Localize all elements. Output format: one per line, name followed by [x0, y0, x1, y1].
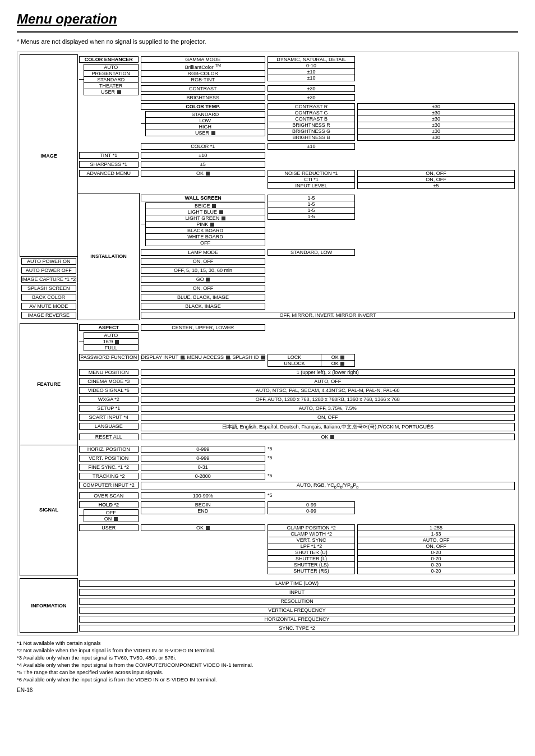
fn2: *2 Not available when the input signal i…	[17, 647, 518, 653]
ct-user: USER	[145, 130, 265, 136]
hold-on-icon	[114, 517, 118, 521]
cinema-row: CINEMA MODE *3 AUTO, OFF	[20, 377, 516, 386]
sharpness-label: SHARPNESS *1	[80, 161, 139, 167]
ws-beige: BEIGE	[146, 202, 265, 209]
sig-user-row: USER OK CLAMP POSITION *2 CLAMP WIDTH *2…	[20, 523, 516, 575]
information-section-label: INFORMATION	[20, 579, 78, 633]
tracking-item: TRACKING *2	[78, 472, 140, 481]
setup-val-cell: AUTO, OFF, 3.75%, 7.5%	[140, 404, 516, 413]
ws-whiteboard: WHITE BOARD	[146, 233, 265, 239]
color1-item: COLOR *1	[140, 142, 267, 151]
hold-group: HOLD *2 OFF ON	[78, 500, 140, 523]
hold-sub: BEGIN END	[140, 500, 267, 523]
sig-user-ok-val: OK	[141, 524, 265, 531]
imgcap-item: IMAGE CAPTURE *1 *2	[20, 275, 78, 284]
clamppos-val: 1-255	[358, 524, 515, 531]
unlock-ok-icon	[340, 362, 344, 366]
cti-label: CTI *1	[268, 176, 355, 182]
advmenu-ok-val: OK	[141, 170, 265, 176]
resolution-label: RESOLUTION	[80, 598, 515, 604]
horizpos-val-cell: 0-999	[140, 445, 267, 454]
lang-val: 日本語, English, Español, Deutsch, Français…	[141, 423, 514, 431]
menupos-val: 1 (upper left), 2 (lower right)	[141, 370, 514, 376]
ce-standard: STANDARD	[84, 76, 139, 82]
contrast-g-label: CONTRAST G	[268, 109, 355, 116]
compinput-row: COMPUTER INPUT *2 AUTO, RGB, YCbCb/YPbPb	[20, 481, 516, 491]
autopwroff-val: OFF, 5, 10, 15, 30, 60 min	[141, 268, 265, 274]
menupos-label: MENU POSITION	[80, 370, 139, 376]
cinema-label: CINEMA MODE *3	[80, 379, 139, 385]
ws-pk-sub: 1-5	[268, 213, 355, 219]
clamppos-label: CLAMP POSITION *2	[268, 524, 355, 531]
scart-label: SCART INPUT *4	[80, 414, 139, 421]
adv-ok-icon	[206, 172, 210, 176]
info-vfreq-item: VERTICAL FREQUENCY	[78, 606, 516, 615]
imgcap-val-cell: GO	[140, 275, 267, 284]
brightness-label: BRIGHTNESS	[141, 94, 265, 100]
imgcap-val: GO	[141, 276, 265, 283]
lampmode-item: LAMP MODE	[140, 248, 267, 257]
autopwroff-item: AUTO POWER OFF	[20, 266, 78, 275]
hold-off: OFF	[84, 509, 139, 515]
videosig-val-cell: AUTO, NTSC, PAL, SECAM, 4.43NTSC, PAL-M,…	[140, 386, 516, 395]
vertpos-row: VERT. POSITION 0-999 *5	[20, 454, 516, 463]
colortemp-vals: ±30 ±30 ±30 ±30 ±30 ±30	[356, 102, 516, 142]
splashscr-val-cell: ON, OFF	[140, 284, 267, 293]
synctype-label: SYNC. TYPE *2	[80, 625, 515, 631]
hfreq-label: HORIZONTAL FREQUENCY	[80, 616, 515, 622]
sharpness-val-cell: ±5	[140, 160, 267, 169]
splashscr-item: SPLASH SCREEN	[20, 284, 78, 293]
vertpos-note: *5	[266, 454, 356, 463]
videosig-val: AUTO, NTSC, PAL, SECAM, 4.43NTSC, PAL-M,…	[141, 388, 514, 394]
ws-blackboard: BLACK BOARD	[146, 227, 265, 233]
menupos-row: MENU POSITION 1 (upper left), 2 (lower r…	[20, 368, 516, 377]
ce-user-values: DYNAMIC, NATURAL, DETAIL 0-10 ±10 ±10	[266, 55, 356, 84]
advmenu-sub: NOISE REDUCTION *1 CTI *1 INPUT LEVEL	[266, 169, 356, 190]
ce-user-icon	[117, 90, 121, 94]
imgcap-label: IMAGE CAPTURE *1 *2	[21, 276, 76, 283]
resetall-val: OK	[141, 434, 514, 440]
bb-val: ±30	[358, 134, 515, 140]
ws-sub: 1-5 1-5 1-5 1-5	[266, 193, 356, 248]
shutterL-val: 0-20	[358, 555, 515, 561]
inputlevel-val: ±5	[358, 182, 515, 188]
tracking-label: TRACKING *2	[80, 473, 139, 480]
sig-user-ok: OK	[140, 523, 267, 575]
lb-icon	[219, 210, 223, 214]
brightness-item: BRIGHTNESS	[140, 93, 267, 102]
overscan-item: OVER SCAN	[78, 491, 140, 500]
finesync-val: 0-31	[141, 464, 265, 471]
ct-user-icon	[211, 131, 215, 135]
info-hfreq-row: HORIZONTAL FREQUENCY	[20, 615, 516, 624]
pwd-item: PASSWORD FUNCTION	[78, 353, 140, 368]
menu-diagram: IMAGE COLOR ENHANCER AUTO PRESENTATION S…	[17, 52, 519, 635]
avmute-val: BLACK, IMAGE	[141, 303, 265, 310]
sig-user-ok-icon	[206, 526, 210, 530]
feature-section-label: FEATURE	[20, 323, 78, 445]
finesync-label: FINE SYNC. *1 *2	[80, 464, 139, 471]
ma-icon	[226, 356, 230, 359]
scart-row: SCART INPUT *4 ON, OFF	[20, 413, 516, 422]
hold-label: HOLD *2	[80, 501, 139, 508]
backcol-label: BACK COLOR	[21, 294, 76, 301]
splashscr-val: ON, OFF	[141, 285, 265, 292]
compinput-label: COMPUTER INPUT *2	[80, 482, 139, 488]
overscan-val: 100-90%	[141, 492, 265, 499]
compinput-val: AUTO, RGB, YCbCb/YPbPb	[141, 482, 514, 490]
clampwidth-label: CLAMP WIDTH *2	[268, 531, 355, 537]
shutterLS-val: 0-20	[358, 561, 515, 568]
advmenu-ok: OK	[140, 169, 267, 190]
vertpos-val: 0-999	[141, 455, 265, 462]
ws-lg-sub: 1-5	[268, 207, 355, 213]
overscan-val-cell: 100-90%	[140, 491, 267, 500]
tracking-row: TRACKING *2 0-2800 *5	[20, 472, 516, 481]
gamma-mode-val: DYNAMIC, NATURAL, DETAIL	[268, 56, 355, 62]
brightness-r-label: BRIGHTNESS R	[268, 122, 355, 128]
tint1-item: TINT *1	[78, 151, 140, 160]
shutterRS-val: 0-20	[358, 568, 515, 574]
ct-standard: STANDARD	[145, 111, 265, 117]
fn5: *5 The range that can be specified varie…	[17, 669, 518, 675]
overscan-note: *5	[266, 491, 356, 500]
contrast-label: CONTRAST	[141, 85, 265, 91]
vertpos-item: VERT. POSITION	[78, 454, 140, 463]
